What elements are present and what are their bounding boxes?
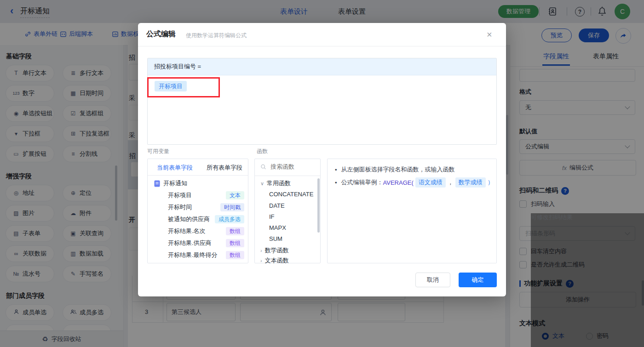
search-icon <box>260 164 266 170</box>
search-divider <box>255 176 320 176</box>
caret-right-icon: › <box>260 258 262 263</box>
variable-type-tag: 文本 <box>226 191 244 199</box>
function-item[interactable]: CONCATENATE <box>269 191 313 198</box>
variables-tree-root[interactable]: 开标通知 <box>154 179 187 188</box>
function-item[interactable]: DATE <box>269 202 285 209</box>
variables-tabs-divider <box>148 175 248 176</box>
formula-help-panel: • 从左侧面板选择字段名和函数，或输入函数 • 公式编辑举例： AVERAGE(… <box>327 159 497 263</box>
function-group-common[interactable]: ∨ 常用函数 <box>260 179 291 188</box>
caret-right-icon: › <box>260 248 262 253</box>
variable-name: 开标结果.名次 <box>168 227 206 235</box>
search-function-input[interactable] <box>270 163 316 171</box>
help-line-2: • 公式编辑举例： AVERAGE( 语文成绩 ， 数学成绩 ） <box>335 177 494 188</box>
help-example-suffix: ） <box>488 178 494 187</box>
variable-name: 开标时间 <box>168 203 192 211</box>
help-text: 从左侧面板选择字段名和函数，或输入函数 <box>341 165 455 174</box>
function-item[interactable]: IF <box>269 213 275 220</box>
function-group-label: 文本函数 <box>265 256 289 265</box>
functions-panel-title: 函数 <box>257 148 268 155</box>
caret-down-icon: ∨ <box>260 181 264 187</box>
variable-name: 开标结果.供应商 <box>168 239 212 247</box>
help-example-comma: ， <box>448 178 454 187</box>
cancel-button[interactable]: 取消 <box>415 273 450 287</box>
function-group-label: 常用函数 <box>267 179 291 188</box>
tab-all-form-fields[interactable]: 所有表单字段 <box>207 164 242 172</box>
tree-root-label: 开标通知 <box>163 179 187 188</box>
modal-subtitle: 使用数学运算符编辑公式 <box>186 32 247 40</box>
formula-target-text: 招投标项目编号 = <box>154 63 201 71</box>
variable-name: 开标结果.最终得分 <box>168 251 218 259</box>
variables-panel-title: 可用变量 <box>147 148 169 155</box>
variable-row[interactable]: 开标时间 时间戳 <box>168 203 244 211</box>
function-group-math[interactable]: › 数学函数 <box>260 246 289 255</box>
modal-title: 公式编辑 <box>146 29 176 39</box>
variable-row[interactable]: 开标项目 文本 <box>168 191 244 199</box>
modal-header-divider <box>138 46 506 46</box>
function-item[interactable]: MAPX <box>269 224 286 231</box>
formula-target-bar: 招投标项目编号 = <box>148 58 496 75</box>
variable-name: 被通知的供应商 <box>168 215 210 223</box>
variable-row[interactable]: 开标结果.供应商 数组 <box>168 239 244 247</box>
variable-type-tag: 数组 <box>226 239 244 247</box>
functions-panel: ∨ 常用函数 CONCATENATE DATE IF MAPX SUM › 数学… <box>254 159 321 263</box>
function-item[interactable]: SUM <box>269 235 282 242</box>
help-example-chip: 数学成绩 <box>455 177 486 188</box>
variable-row[interactable]: 开标结果.名次 数组 <box>168 227 244 235</box>
function-group-label: 数学函数 <box>265 246 289 255</box>
variable-row[interactable]: 开标结果.最终得分 数组 <box>168 251 244 259</box>
help-example-chip: 语文成绩 <box>415 177 446 188</box>
variable-type-tag: 数组 <box>226 227 244 235</box>
function-search[interactable] <box>260 163 316 171</box>
formula-editor-modal: 公式编辑 使用数学运算符编辑公式 × 招投标项目编号 = 开标项目 可用变量 当… <box>138 23 506 296</box>
help-example-function: AVERAGE( <box>383 179 414 186</box>
bullet-icon: • <box>335 166 337 173</box>
bullet-icon: • <box>335 179 337 186</box>
variable-type-tag: 时间戳 <box>220 203 244 211</box>
variable-type-tag: 数组 <box>226 251 244 259</box>
help-line-1: • 从左侧面板选择字段名和函数，或输入函数 <box>335 165 455 174</box>
variable-type-tag: 成员多选 <box>215 215 244 223</box>
tab-current-form-fields[interactable]: 当前表单字段 <box>157 164 193 172</box>
variables-panel: 当前表单字段 所有表单字段 开标通知 开标项目 文本 开标时间 时间戳 被通知的… <box>147 159 248 263</box>
annotation-rectangle <box>147 77 220 97</box>
function-group-text[interactable]: › 文本函数 <box>260 256 289 265</box>
confirm-button[interactable]: 确定 <box>459 273 497 287</box>
close-icon[interactable]: × <box>487 30 492 39</box>
functions-scrollbar[interactable] <box>317 178 320 233</box>
variable-name: 开标项目 <box>168 191 192 199</box>
help-example-prefix: 公式编辑举例： <box>341 178 383 187</box>
variable-row[interactable]: 被通知的供应商 成员多选 <box>168 215 244 223</box>
formula-expression-box[interactable]: 招投标项目编号 = 开标项目 <box>147 58 497 145</box>
document-icon <box>154 180 160 187</box>
